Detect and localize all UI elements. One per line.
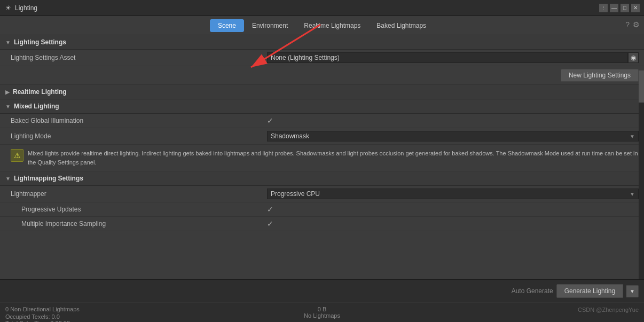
size-stat: 0 B xyxy=(304,306,340,312)
lighting-settings-asset-label: Lighting Settings Asset xyxy=(11,54,267,61)
occupied-texels: Occupied Texels: 0.0 xyxy=(5,313,80,320)
scrollbar-thumb[interactable] xyxy=(639,70,644,103)
baked-gi-label: Baked Global Illumination xyxy=(11,117,267,124)
progressive-updates-row: Progressive Updates ✓ xyxy=(0,202,644,217)
section-arrow-lighting: ▼ xyxy=(5,40,11,45)
new-lighting-settings-button[interactable]: New Lighting Settings xyxy=(561,69,639,82)
tab-bar: Scene Environment Realtime Lightmaps Bak… xyxy=(0,16,644,35)
warning-icon: ⚠ xyxy=(11,149,23,162)
progressive-updates-label: Progressive Updates xyxy=(11,206,267,213)
scrollbar-track[interactable] xyxy=(639,70,644,279)
asset-field[interactable]: None (Lighting Settings) xyxy=(267,52,628,63)
help-icon[interactable]: ? xyxy=(625,20,630,29)
asset-select-btn[interactable]: ◉ xyxy=(628,52,639,63)
window-menu-btn[interactable]: ⋮ xyxy=(599,4,608,12)
baked-gi-value: ✓ xyxy=(267,116,639,125)
window-controls: ⋮ — □ ✕ xyxy=(599,4,640,12)
title-bar: ☀ Lighting ⋮ — □ ✕ xyxy=(0,0,644,16)
multiple-importance-label: Multiple Importance Sampling xyxy=(11,220,267,227)
auto-generate-label: Auto Generate xyxy=(512,287,553,295)
lighting-mode-label: Lighting Mode xyxy=(11,132,267,140)
section-arrow-lightmapping: ▼ xyxy=(5,176,11,182)
section-mixed-label: Mixed Lighting xyxy=(14,103,59,110)
section-lighting-label: Lighting Settings xyxy=(14,38,66,46)
lighting-settings-asset-row: Lighting Settings Asset None (Lighting S… xyxy=(0,50,644,66)
section-lightmapping[interactable]: ▼ Lightmapping Settings xyxy=(0,171,644,186)
section-arrow-realtime: ▶ xyxy=(5,89,10,95)
lightmaps-count: 0 Non-Directional Lightmaps xyxy=(5,306,80,312)
tab-baked-lightmaps[interactable]: Baked Lightmaps xyxy=(368,19,434,32)
baked-global-illumination-row: Baked Global Illumination ✓ xyxy=(0,114,644,128)
tab-realtime-lightmaps[interactable]: Realtime Lightmaps xyxy=(296,19,368,32)
section-lightmapping-label: Lightmapping Settings xyxy=(14,175,83,182)
section-realtime-label: Realtime Lighting xyxy=(13,88,67,96)
progressive-updates-value: ✓ xyxy=(267,205,639,214)
no-lightmaps: No Lightmaps xyxy=(304,312,340,319)
content-spacer xyxy=(0,231,644,242)
lightmapper-label: Lightmapper xyxy=(11,190,267,198)
lighting-mode-row: Lighting Mode Shadowmask ▼ xyxy=(0,128,644,145)
warning-text: Mixed lights provide realtime direct lig… xyxy=(28,149,639,167)
baked-gi-checkbox[interactable]: ✓ xyxy=(267,116,273,125)
section-arrow-mixed: ▼ xyxy=(5,104,11,109)
window-title: Lighting xyxy=(15,4,37,12)
section-mixed-lighting[interactable]: ▼ Mixed Lighting xyxy=(0,99,644,114)
lighting-mode-dropdown[interactable]: Shadowmask ▼ xyxy=(267,131,639,142)
window-close-btn[interactable]: ✕ xyxy=(631,4,640,12)
csdn-watermark: CSDN @ZhenpengYue xyxy=(578,307,639,313)
generate-lighting-button[interactable]: Generate Lighting xyxy=(556,284,623,298)
progressive-updates-checkbox[interactable]: ✓ xyxy=(267,205,273,214)
tab-scene[interactable]: Scene xyxy=(210,19,244,32)
lighting-settings-asset-value: None (Lighting Settings) ◉ xyxy=(267,52,639,63)
lightmapper-dropdown[interactable]: Progressive CPU ▼ xyxy=(267,189,639,199)
lightmapper-dropdown-arrow: ▼ xyxy=(630,191,635,197)
settings-icon[interactable]: ⚙ xyxy=(633,20,640,29)
lightmapper-value: Progressive CPU ▼ xyxy=(267,189,639,199)
generate-lighting-dropdown-arrow[interactable]: ▼ xyxy=(626,285,639,297)
multiple-importance-row: Multiple Importance Sampling ✓ xyxy=(0,217,644,231)
window-icon: ☀ xyxy=(4,4,12,12)
footer-controls: Auto Generate Generate Lighting ▼ xyxy=(0,280,644,303)
tab-environment[interactable]: Environment xyxy=(244,19,296,32)
total-bake-time: Total Bake Time: 0:00:00 xyxy=(5,320,80,322)
lighting-mode-value: Shadowmask ▼ xyxy=(267,131,639,142)
multiple-importance-value: ✓ xyxy=(267,219,639,228)
section-realtime-lighting[interactable]: ▶ Realtime Lighting xyxy=(0,85,644,99)
window-minimize-btn[interactable]: — xyxy=(610,4,618,12)
footer-stats: 0 Non-Directional Lightmaps Occupied Tex… xyxy=(0,303,644,322)
footer: Auto Generate Generate Lighting ▼ 0 Non-… xyxy=(0,279,644,322)
main-content: ▼ Lighting Settings Lighting Settings As… xyxy=(0,35,644,279)
multiple-importance-checkbox[interactable]: ✓ xyxy=(267,219,273,228)
lighting-mode-dropdown-arrow: ▼ xyxy=(630,133,635,139)
window-maximize-btn[interactable]: □ xyxy=(621,4,629,12)
section-lighting-settings[interactable]: ▼ Lighting Settings xyxy=(0,35,644,50)
lightmapper-row: Lightmapper Progressive CPU ▼ xyxy=(0,186,644,202)
mixed-lighting-warning: ⚠ Mixed lights provide realtime direct l… xyxy=(0,145,644,171)
new-lighting-btn-row: New Lighting Settings xyxy=(0,66,644,85)
